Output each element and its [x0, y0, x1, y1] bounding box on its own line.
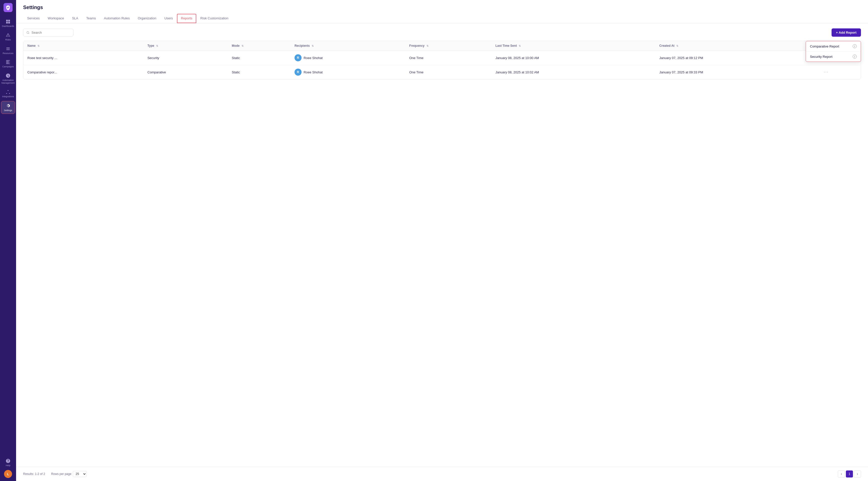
tab-services[interactable]: Services	[23, 14, 44, 23]
main-content: Settings Services Workspace SLA Teams Au…	[16, 0, 868, 481]
tab-automation-rules[interactable]: Automation Rules	[100, 14, 134, 23]
cell-mode-1: Static	[228, 65, 290, 80]
app-logo[interactable]	[3, 3, 12, 12]
sort-icon-frequency[interactable]: ⇅	[427, 44, 429, 47]
sidebar-bottom: Help L	[0, 456, 16, 478]
table-header-row: Name ⇅ Type ⇅ Mode ⇅ Recipients	[23, 41, 861, 51]
cell-last-sent-1: January 08, 2025 at 10:02 AM	[491, 65, 655, 80]
content-area: + Add Report Comparative Report i Securi…	[16, 23, 868, 467]
table-row: Comparative repor... Comparative Static …	[23, 65, 861, 80]
tab-sla[interactable]: SLA	[68, 14, 83, 23]
dropdown-item-security[interactable]: Security Report i	[806, 52, 861, 62]
sidebar-item-settings[interactable]: Settings	[1, 101, 15, 114]
tab-organization[interactable]: Organization	[134, 14, 160, 23]
cell-recipients-1: R Roee Shohat	[290, 65, 405, 80]
info-icon-security[interactable]: i	[853, 55, 857, 59]
svg-rect-0	[6, 20, 8, 22]
header: Settings Services Workspace SLA Teams Au…	[16, 0, 868, 23]
search-input[interactable]	[31, 31, 70, 34]
cell-frequency-0: One Time	[405, 51, 492, 65]
prev-page-button[interactable]: ‹	[838, 471, 845, 478]
row-actions-button-1[interactable]: ···	[824, 70, 829, 74]
sort-icon-recipients[interactable]: ⇅	[312, 44, 314, 47]
tab-reports[interactable]: Reports	[177, 14, 196, 23]
col-header-frequency: Frequency ⇅	[405, 41, 492, 51]
tab-workspace[interactable]: Workspace	[44, 14, 68, 23]
col-header-recipients: Recipients ⇅	[290, 41, 405, 51]
sort-icon-created-at[interactable]: ⇅	[676, 44, 678, 47]
col-header-name: Name ⇅	[23, 41, 144, 51]
svg-point-7	[27, 31, 29, 33]
results-label: Results: 1-2 of 2	[23, 472, 45, 476]
rows-per-page-select[interactable]: 25 50 100	[73, 471, 87, 477]
sidebar-item-integrations-label: Integrations	[2, 95, 14, 98]
recipient-badge-0: R	[294, 54, 302, 61]
sidebar-item-risks[interactable]: Risks	[1, 31, 15, 43]
sidebar-item-dashboards[interactable]: Dashboards	[1, 17, 15, 30]
user-avatar[interactable]: L	[4, 470, 12, 478]
dropdown-item-comparative[interactable]: Comparative Report i	[806, 41, 861, 52]
sidebar-item-help-label: Help	[6, 464, 10, 467]
rows-per-page[interactable]: Rows per page 25 50 100	[51, 471, 87, 477]
cell-type-1: Comparative	[144, 65, 228, 80]
sidebar-nav: Dashboards Risks Resources Campaigns Aut…	[0, 17, 16, 456]
svg-rect-2	[6, 22, 8, 24]
recipient-name-0: Roee Shohat	[304, 56, 323, 60]
sidebar-item-resources-label: Resources	[2, 52, 13, 55]
tab-risk-customization[interactable]: Risk Customization	[196, 14, 232, 23]
sort-icon-last-time-sent[interactable]: ⇅	[519, 44, 521, 47]
rows-per-page-label: Rows per page	[51, 472, 71, 476]
tab-teams[interactable]: Teams	[82, 14, 100, 23]
nav-tabs: Services Workspace SLA Teams Automation …	[23, 14, 861, 23]
sidebar-item-automation[interactable]: Automation Management	[1, 71, 15, 86]
add-report-dropdown: Comparative Report i Security Report i	[806, 41, 861, 62]
sidebar-item-risks-label: Risks	[5, 38, 11, 41]
col-header-created-at: Created At ⇅	[655, 41, 820, 51]
tab-users[interactable]: Users	[160, 14, 177, 23]
sort-icon-name[interactable]: ⇅	[37, 44, 39, 47]
reports-table: Name ⇅ Type ⇅ Mode ⇅ Recipients	[23, 41, 861, 80]
col-header-last-time-sent: Last Time Sent ⇅	[491, 41, 655, 51]
cell-name-0: Roee test security ...	[23, 51, 144, 65]
sidebar-item-help[interactable]: Help	[1, 456, 15, 469]
table-row: Roee test security ... Security Static R…	[23, 51, 861, 65]
svg-point-4	[7, 90, 8, 91]
cell-frequency-1: One Time	[405, 65, 492, 80]
cell-created-at-1: January 07, 2025 at 09:33 PM	[655, 65, 820, 80]
add-report-button[interactable]: + Add Report	[832, 28, 861, 37]
sidebar: Dashboards Risks Resources Campaigns Aut…	[0, 0, 16, 481]
sidebar-item-resources[interactable]: Resources	[1, 44, 15, 57]
dropdown-item-comparative-label: Comparative Report	[810, 44, 839, 48]
recipient-badge-1: R	[294, 69, 302, 76]
svg-rect-3	[8, 22, 10, 24]
sort-icon-mode[interactable]: ⇅	[242, 44, 244, 47]
sidebar-item-settings-label: Settings	[4, 109, 12, 112]
svg-rect-1	[8, 20, 10, 22]
svg-point-6	[9, 93, 10, 94]
sidebar-item-dashboards-label: Dashboards	[2, 25, 14, 28]
cell-last-sent-0: January 08, 2025 at 10:00 AM	[491, 51, 655, 65]
sidebar-item-automation-label: Automation Management	[1, 79, 15, 85]
col-header-mode: Mode ⇅	[228, 41, 290, 51]
page-1-button[interactable]: 1	[846, 471, 853, 478]
recipient-name-1: Roee Shohat	[304, 70, 323, 74]
cell-created-at-0: January 07, 2025 at 09:12 PM	[655, 51, 820, 65]
cell-type-0: Security	[144, 51, 228, 65]
search-box[interactable]	[23, 29, 73, 36]
col-header-type: Type ⇅	[144, 41, 228, 51]
sidebar-item-integrations[interactable]: Integrations	[1, 87, 15, 100]
cell-mode-0: Static	[228, 51, 290, 65]
sidebar-item-campaigns[interactable]: Campaigns	[1, 58, 15, 70]
next-page-button[interactable]: ›	[854, 471, 861, 478]
footer: Results: 1-2 of 2 Rows per page 25 50 10…	[16, 467, 868, 481]
svg-point-5	[6, 93, 7, 94]
info-icon-comparative[interactable]: i	[853, 44, 857, 48]
cell-name-1: Comparative repor...	[23, 65, 144, 80]
toolbar: + Add Report	[23, 28, 861, 37]
sort-icon-type[interactable]: ⇅	[156, 44, 158, 47]
search-icon	[26, 31, 29, 34]
page-title: Settings	[23, 4, 861, 10]
dropdown-item-security-label: Security Report	[810, 55, 833, 59]
cell-actions-1: ···	[820, 65, 861, 80]
sidebar-item-campaigns-label: Campaigns	[2, 65, 14, 68]
